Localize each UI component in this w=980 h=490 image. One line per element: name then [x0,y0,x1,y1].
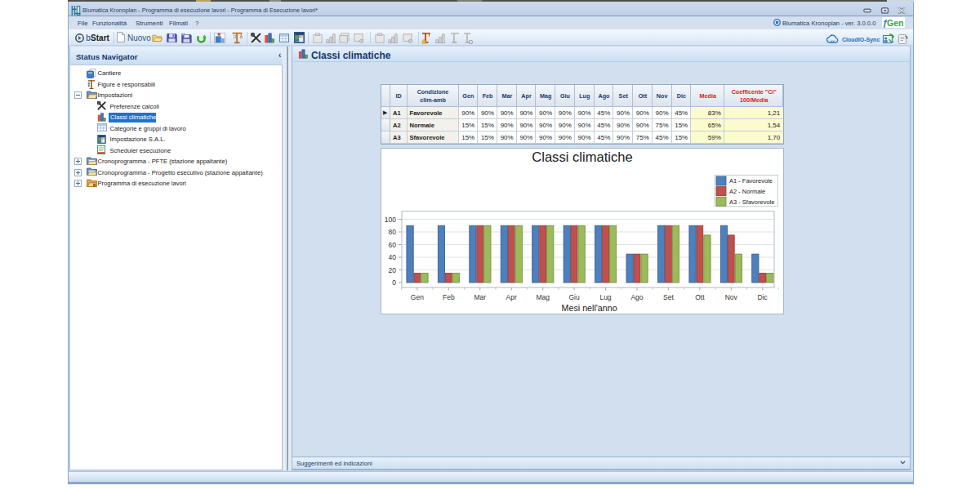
svg-text:40: 40 [389,253,397,261]
svg-text:20: 20 [389,266,397,274]
svg-text:Ott: Ott [695,293,705,301]
svg-text:Set: Set [663,293,674,301]
svg-text:Lug: Lug [599,293,611,301]
svg-text:80: 80 [389,228,397,236]
svg-text:Apr: Apr [506,293,517,301]
svg-text:Giu: Giu [568,293,580,301]
svg-text:Mag: Mag [536,293,550,301]
svg-text:A2 - Normale: A2 - Normale [729,188,765,195]
svg-text:60: 60 [389,241,397,249]
svg-text:Mar: Mar [474,293,486,301]
svg-text:Gen: Gen [411,293,424,301]
svg-text:Nov: Nov [725,293,738,301]
svg-text:A3 - Sfavorevole: A3 - Sfavorevole [729,198,774,206]
svg-text:Ago: Ago [630,293,643,301]
svg-text:Feb: Feb [443,293,455,301]
svg-text:A1 - Favorevole: A1 - Favorevole [729,177,773,185]
svg-text:Classi climatiche: Classi climatiche [532,149,633,165]
svg-text:Mesi nell'anno: Mesi nell'anno [562,303,617,313]
svg-text:0: 0 [392,278,396,287]
svg-text:100: 100 [385,216,396,224]
svg-text:Dic: Dic [758,293,768,301]
